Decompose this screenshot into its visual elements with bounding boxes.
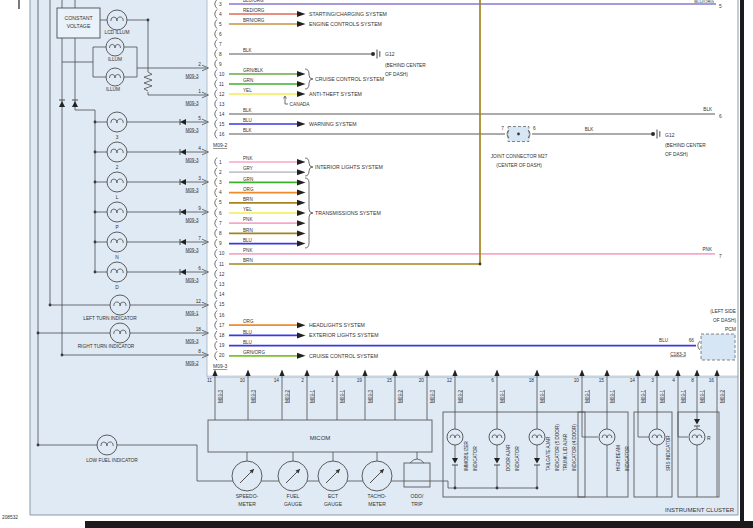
connector-label: M09-2 xyxy=(213,142,227,148)
indicator-name-label: SRS INDICATOR xyxy=(666,435,671,471)
junction-dot xyxy=(517,133,520,136)
page-right-border xyxy=(740,0,744,528)
indicator-name-label: INDICATOR (5 DOOR) xyxy=(555,424,560,471)
left-connector-label: M09-3 xyxy=(185,218,198,223)
left-pin-number: 18 xyxy=(196,327,202,332)
indicator-name-label: INDICATOR xyxy=(515,445,520,471)
pin-bracket-icon xyxy=(215,80,217,89)
gauge-label: GAUGE xyxy=(324,501,343,507)
up-arrow-icon xyxy=(334,370,339,377)
gauge-label: METER xyxy=(368,501,386,507)
junction-dot xyxy=(496,487,499,490)
pin-bracket-icon xyxy=(215,351,217,360)
up-arrow-icon xyxy=(245,370,250,377)
illum-label: ILLUM xyxy=(106,87,120,92)
system-destination-label: TRANSMISSIONS SYSTEM xyxy=(315,210,381,216)
gauge-label: ECT xyxy=(328,493,338,499)
up-arrow-icon xyxy=(424,370,429,377)
bottom-pin-number: 20 xyxy=(419,378,425,383)
bottom-connector-label: M09-2 xyxy=(458,390,463,403)
wire-color-label: GRN xyxy=(243,78,253,83)
system-arrow-icon xyxy=(297,91,306,97)
joint-connector-name: JOINT CONNECTOR M27 xyxy=(491,154,548,159)
junction-dot xyxy=(94,121,97,124)
left-pin-number: 7 xyxy=(198,236,201,241)
wire-color-label: BLK xyxy=(243,108,253,113)
pin-number: 17 xyxy=(219,323,225,328)
pcm-name: PCM xyxy=(725,326,736,332)
pin-number: 2 xyxy=(219,170,222,175)
left-connector-label: M09-3 xyxy=(185,278,198,283)
system-arrow-icon xyxy=(297,353,306,359)
pin-bracket-icon xyxy=(215,290,217,299)
low-fuel-label: LOW FUEL INDICATOR xyxy=(86,458,138,463)
pin-bracket-icon xyxy=(215,178,217,187)
up-arrow-icon xyxy=(534,370,539,377)
pin-number: 1 xyxy=(219,160,222,165)
junction-dot xyxy=(94,151,97,154)
junction-dot xyxy=(94,271,97,274)
up-arrow-icon xyxy=(675,370,680,377)
wire-color-label: PNK xyxy=(703,247,713,252)
left-connector-label: M09-3 xyxy=(185,339,198,344)
indicator-name-label: INDICATOR xyxy=(473,445,478,471)
system-destination-label: EXTERIOR LIGHTS SYSTEM xyxy=(309,332,378,338)
pin-bracket-icon xyxy=(215,100,217,109)
pin-number: 12 xyxy=(219,272,225,277)
brace-icon xyxy=(305,69,313,89)
pin-number: 10 xyxy=(219,251,225,256)
bottom-connector-label: M09-2 xyxy=(285,390,290,403)
wire-color-label: GRN/BLK xyxy=(243,68,264,73)
indicator-name-label: LEFT TURN INDICATOR xyxy=(83,316,137,321)
pin-bracket-icon xyxy=(215,110,217,119)
wire-color-label: YEL xyxy=(243,207,252,212)
system-destination-label: STARTING/CHARGING SYSTEM xyxy=(309,11,387,17)
system-arrow-icon xyxy=(297,200,306,206)
pin-bracket-icon xyxy=(215,229,217,238)
left-connector-label: M09-3 xyxy=(185,128,198,133)
junction-dot xyxy=(94,211,97,214)
pin-bracket-icon xyxy=(215,209,217,218)
left-connector-label: M09-2 xyxy=(185,361,198,366)
junction-dot xyxy=(147,19,150,22)
bottom-connector-label: M09-2 xyxy=(398,390,403,403)
pin-number: 7 xyxy=(219,221,222,226)
indicator-name-label: RIGHT TURN INDICATOR xyxy=(78,344,135,349)
wire-color-label: BLK xyxy=(243,128,253,133)
bottom-pin-number: 14 xyxy=(274,378,280,383)
wire-color-label: PNK xyxy=(243,217,253,222)
wire-color-label: BRN xyxy=(243,228,253,233)
canada-pointer-icon xyxy=(284,96,289,104)
bottom-connector-label: M09-1 xyxy=(310,390,315,403)
constant-voltage-label-1: CONSTANT xyxy=(64,15,93,21)
system-arrow-icon xyxy=(297,21,306,27)
wire-color-label: BRN xyxy=(243,258,253,263)
up-arrow-icon xyxy=(362,370,367,377)
bottom-connector-label: M09-1 xyxy=(681,390,686,403)
indicator-name-label: TAILGATE AJAR xyxy=(546,436,551,471)
pin-bracket-icon xyxy=(215,280,217,289)
wire-color-label: BLK xyxy=(703,107,713,112)
pin-number: 15 xyxy=(219,122,225,127)
system-arrow-icon xyxy=(297,179,306,185)
system-arrow-icon xyxy=(297,210,306,216)
indicator-name-label: IMMOBILIZER xyxy=(464,440,469,471)
bottom-connector-label: M09-1 xyxy=(641,390,646,403)
gear-bulb-letter: 3 xyxy=(116,135,119,140)
pin-number: 15 xyxy=(219,302,225,307)
gear-bulb-letter: D xyxy=(115,285,119,290)
pin-bracket-icon xyxy=(215,0,217,9)
up-arrow-icon xyxy=(654,370,659,377)
gear-bulb-letter: P xyxy=(115,225,118,230)
pin-number: 11 xyxy=(219,262,224,267)
wire-color-label: GRN xyxy=(243,177,253,182)
left-connector-label: M09-1 xyxy=(185,311,198,316)
pin-number: 9 xyxy=(219,62,222,67)
system-destination-label: INTERIOR LIGHTS SYSTEM xyxy=(315,164,383,170)
wire-color-label: GRY xyxy=(243,166,253,171)
pin-number: 14 xyxy=(219,112,225,117)
pin-number: 8 xyxy=(219,52,222,57)
pin-number: 9 xyxy=(219,241,222,246)
pin-bracket-icon xyxy=(215,90,217,99)
up-arrow-icon xyxy=(694,370,699,377)
